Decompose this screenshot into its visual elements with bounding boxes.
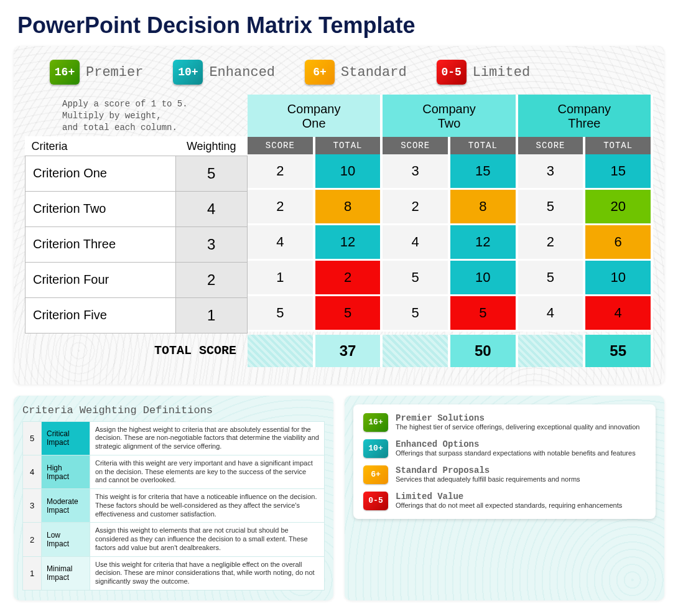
- definition-weight: 4: [23, 455, 42, 488]
- tier-badge: 10+: [363, 439, 388, 458]
- data-row: 41241226: [248, 225, 653, 261]
- tier-name: Premier Solutions: [396, 413, 639, 423]
- tier-badge: 16+: [363, 413, 388, 432]
- score-cell: 5: [518, 261, 586, 296]
- definition-row: 1Minimal ImpactUse this weight for crite…: [23, 556, 325, 590]
- total-empty: [383, 335, 450, 367]
- definition-row: 3Moderate ImpactThis weight is for crite…: [23, 489, 325, 523]
- criteria-table: Criteria Weighting Criterion One5Criteri…: [25, 136, 248, 334]
- score-cell: 3: [518, 154, 586, 190]
- criteria-row: Criterion Four2: [26, 262, 248, 297]
- matrix-card: 16+Premier10+Enhanced6+Standard0-5Limite…: [14, 46, 664, 385]
- tier-badge: 6+: [363, 465, 388, 484]
- data-row: 555544: [248, 296, 653, 332]
- criteria-header: Criteria: [26, 136, 176, 156]
- legend-item: 16+Premier: [50, 60, 143, 85]
- legend-badge: 0-5: [437, 60, 467, 85]
- score-cell: 2: [383, 190, 450, 225]
- total-cell: 5: [450, 296, 518, 332]
- total-cell: 10: [585, 261, 653, 296]
- score-cell: 5: [383, 261, 450, 296]
- tier-badge: 0-5: [363, 492, 388, 510]
- definitions-panel: Criteria Weighting Definitions 5Critical…: [14, 396, 333, 600]
- total-empty: [248, 335, 315, 367]
- legend-label: Limited: [473, 65, 530, 80]
- total-subheader: TOTAL: [450, 137, 518, 154]
- grand-total-value: 50: [450, 335, 518, 367]
- tier-name: Enhanced Options: [396, 439, 636, 449]
- criteria-name: Criterion Three: [26, 226, 176, 262]
- criteria-name: Criterion Five: [26, 297, 176, 333]
- criteria-weight: 3: [175, 226, 248, 262]
- score-cell: 2: [248, 154, 315, 190]
- total-cell: 20: [585, 190, 653, 225]
- tier-card: 16+Premier SolutionsThe highest tier of …: [353, 404, 656, 519]
- total-cell: 5: [315, 296, 383, 332]
- definition-row: 5Critical ImpactAssign the highest weigh…: [23, 421, 325, 455]
- total-cell: 8: [315, 190, 383, 225]
- score-subheader: SCORE: [248, 137, 315, 154]
- criteria-row: Criterion Two4: [26, 191, 248, 226]
- total-subheader: TOTAL: [315, 137, 383, 154]
- tier-name: Standard Proposals: [396, 465, 580, 475]
- criteria-weight: 2: [175, 262, 248, 297]
- criteria-row: Criterion Three3: [26, 226, 248, 262]
- tier-row: 6+Standard ProposalsServices that adequa…: [363, 465, 646, 484]
- data-row: 210315315: [248, 154, 653, 190]
- tier-desc: The highest tier of service offerings, d…: [396, 423, 639, 431]
- score-subheader: SCORE: [518, 137, 586, 154]
- tiers-panel: 16+Premier SolutionsThe highest tier of …: [345, 396, 664, 600]
- score-cell: 5: [518, 190, 586, 225]
- instructions-text: Apply a score of 1 to 5. Multiply by wei…: [25, 95, 248, 136]
- tier-row: 16+Premier SolutionsThe highest tier of …: [363, 413, 646, 432]
- legend-label: Standard: [341, 65, 407, 80]
- score-cell: 5: [248, 296, 315, 332]
- score-cell: 2: [518, 225, 586, 261]
- score-cell: 4: [518, 296, 586, 332]
- definitions-table: 5Critical ImpactAssign the highest weigh…: [22, 421, 325, 590]
- score-cell: 3: [383, 154, 450, 190]
- definitions-title: Criteria Weighting Definitions: [22, 404, 325, 416]
- definition-desc: Use this weight for criteria that have a…: [90, 556, 325, 590]
- total-cell: 10: [450, 261, 518, 296]
- total-cell: 15: [585, 154, 653, 190]
- tier-desc: Offerings that do not meet all expected …: [396, 502, 622, 509]
- criteria-weight: 4: [175, 191, 248, 226]
- score-subheader: SCORE: [383, 137, 450, 154]
- tier-desc: Services that adequately fulfill basic r…: [396, 475, 580, 483]
- definition-desc: Assign this weight to elements that are …: [90, 523, 325, 556]
- definition-impact: Low Impact: [42, 523, 90, 556]
- total-empty: [518, 335, 586, 367]
- total-score-row: TOTAL SCORE 375055: [25, 335, 653, 367]
- grand-total-value: 55: [585, 335, 653, 367]
- criteria-weight: 5: [175, 156, 248, 191]
- score-cell: 5: [383, 296, 450, 332]
- score-cell: 1: [248, 261, 315, 296]
- score-grid: Company OneCompany TwoCompany Three SCOR…: [248, 95, 653, 334]
- definition-desc: This weight is for criteria that have a …: [90, 489, 325, 523]
- score-cell: 4: [383, 225, 450, 261]
- legend-item: 0-5Limited: [437, 60, 530, 85]
- criteria-name: Criterion One: [26, 156, 176, 191]
- criteria-weight: 1: [175, 297, 248, 333]
- definition-row: 2Low ImpactAssign this weight to element…: [23, 523, 325, 556]
- company-header: Company Two: [383, 95, 518, 137]
- page-title: PowerPoint Decision Matrix Template: [0, 0, 678, 46]
- weighting-header: Weighting: [175, 136, 248, 156]
- legend-item: 6+Standard: [305, 60, 407, 85]
- definition-impact: High Impact: [42, 455, 90, 488]
- legend-badge: 6+: [305, 60, 335, 85]
- definition-weight: 3: [23, 489, 42, 523]
- data-row: 12510510: [248, 261, 653, 296]
- legend-badge: 16+: [50, 60, 80, 85]
- company-header: Company One: [248, 95, 383, 137]
- legend-label: Enhanced: [209, 65, 275, 80]
- total-cell: 8: [450, 190, 518, 225]
- definition-weight: 5: [23, 421, 42, 455]
- definition-weight: 1: [23, 556, 42, 590]
- total-cell: 4: [585, 296, 653, 332]
- total-cell: 10: [315, 154, 383, 190]
- legend-row: 16+Premier10+Enhanced6+Standard0-5Limite…: [25, 57, 653, 95]
- tier-row: 0-5Limited ValueOfferings that do not me…: [363, 492, 646, 510]
- definition-desc: Assign the highest weight to criteria th…: [90, 421, 325, 455]
